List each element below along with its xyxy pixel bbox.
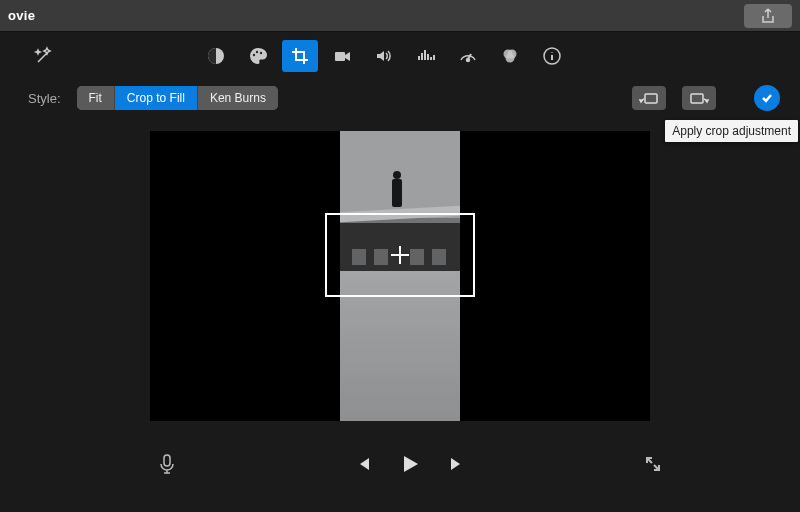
svg-point-2 (256, 51, 258, 53)
crop-center-cross (391, 246, 409, 264)
volume-button[interactable] (366, 40, 402, 72)
svg-point-8 (506, 54, 515, 63)
crop-button[interactable] (282, 40, 318, 72)
expand-icon (644, 455, 662, 473)
skip-back-icon (354, 455, 372, 473)
fullscreen-button[interactable] (644, 455, 662, 473)
rotate-ccw-icon (639, 91, 659, 105)
svg-point-5 (467, 59, 470, 62)
clip-info-button[interactable] (534, 40, 570, 72)
crop-handle-br[interactable] (463, 285, 475, 297)
voiceover-button[interactable] (158, 453, 176, 475)
crop-handle-tr[interactable] (463, 213, 475, 225)
microphone-icon (158, 453, 176, 475)
crop-handle-bl[interactable] (325, 285, 337, 297)
clip-filter-button[interactable] (492, 40, 528, 72)
rotate-ccw-button[interactable] (632, 86, 666, 110)
svg-rect-12 (164, 455, 170, 466)
crop-handle-tl[interactable] (325, 213, 337, 225)
adjust-toolbar (0, 32, 800, 80)
wand-icon (33, 45, 55, 67)
rotate-cw-button[interactable] (682, 86, 716, 110)
play-icon (398, 452, 422, 476)
speed-button[interactable] (450, 40, 486, 72)
color-correction-button[interactable] (240, 40, 276, 72)
balance-icon (206, 46, 226, 66)
style-option-crop-to-fill[interactable]: Crop to Fill (115, 86, 198, 110)
play-button[interactable] (398, 452, 422, 476)
svg-rect-10 (645, 94, 657, 103)
prev-frame-button[interactable] (354, 455, 372, 473)
camera-icon (332, 46, 352, 66)
volume-icon (374, 46, 394, 66)
svg-point-1 (253, 54, 255, 56)
enhance-button[interactable] (12, 45, 76, 67)
style-segmented-control: Fit Crop to Fill Ken Burns (77, 86, 278, 110)
info-icon (542, 46, 562, 66)
svg-rect-4 (335, 52, 345, 61)
viewer-area (0, 116, 800, 436)
apply-crop-button[interactable] (754, 85, 780, 111)
app-title: ovie (8, 8, 35, 23)
crop-rectangle[interactable] (325, 213, 475, 297)
style-label: Style: (28, 91, 61, 106)
stabilization-button[interactable] (324, 40, 360, 72)
share-button[interactable] (744, 4, 792, 28)
transport-bar (0, 436, 800, 492)
next-frame-button[interactable] (448, 455, 466, 473)
checkmark-icon (760, 91, 774, 105)
skip-forward-icon (448, 455, 466, 473)
filter-icon (500, 46, 520, 66)
preview-viewer[interactable] (150, 131, 650, 421)
apply-tooltip: Apply crop adjustment (665, 120, 798, 142)
eq-icon (416, 46, 436, 66)
svg-point-3 (260, 52, 262, 54)
color-balance-button[interactable] (198, 40, 234, 72)
crop-icon (290, 46, 310, 66)
crop-style-row: Style: Fit Crop to Fill Ken Burns Apply … (0, 80, 800, 116)
rotate-cw-icon (689, 91, 709, 105)
palette-icon (248, 46, 268, 66)
noise-reduction-button[interactable] (408, 40, 444, 72)
style-option-fit[interactable]: Fit (77, 86, 115, 110)
title-bar: ovie (0, 0, 800, 32)
style-option-ken-burns[interactable]: Ken Burns (198, 86, 278, 110)
share-icon (761, 8, 775, 24)
svg-rect-11 (691, 94, 703, 103)
speed-icon (458, 46, 478, 66)
